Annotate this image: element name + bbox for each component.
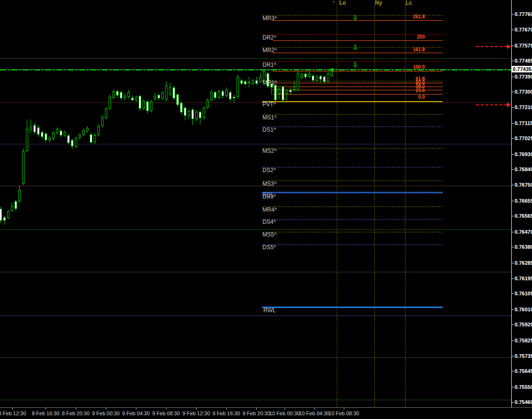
time-tick — [76, 408, 76, 410]
level-label[interactable]: MR1^ — [262, 80, 277, 86]
candle — [312, 76, 314, 80]
down-arrow-icon[interactable]: ⇩ — [352, 44, 358, 51]
price-tick — [512, 371, 514, 372]
price-tick — [512, 61, 514, 61]
candle — [154, 96, 156, 99]
candle — [173, 87, 175, 98]
candle — [112, 91, 115, 98]
time-tick-label: 10 Feb 00:30 — [270, 411, 300, 416]
candle — [282, 87, 284, 100]
level-label[interactable]: MS2^ — [262, 148, 277, 154]
price-tick — [512, 169, 514, 170]
level-label[interactable]: DR2^ — [262, 35, 277, 40]
level-label[interactable]: PVT^ — [262, 102, 276, 107]
price-tick — [512, 263, 514, 263]
level-line — [262, 245, 443, 245]
session-label: Lc — [405, 0, 412, 6]
session-label: Lo — [339, 0, 346, 6]
level-line — [262, 181, 443, 181]
level-label[interactable]: MR2^ — [262, 47, 277, 53]
level-label[interactable]: DS4^ — [262, 219, 276, 225]
grid-line — [0, 272, 511, 272]
grid-line — [0, 400, 511, 400]
candle — [286, 90, 288, 94]
candle — [97, 126, 100, 135]
level-line — [262, 148, 443, 149]
price-tick-label: 0.75460 — [515, 400, 532, 405]
candle — [37, 127, 40, 134]
candle — [233, 97, 235, 98]
level-label[interactable]: RWL — [263, 308, 276, 313]
price-tick-label: 0.75920 — [515, 322, 532, 327]
level-line — [262, 114, 443, 115]
candle — [109, 97, 111, 109]
level-label[interactable]: MS1^ — [262, 115, 277, 120]
price-tick — [512, 201, 514, 201]
time-tick-label: 9 Feb 00:30 — [92, 411, 120, 416]
candle — [199, 112, 201, 118]
time-axis[interactable]: 8 Feb 12:308 Feb 16:308 Feb 20:309 Feb 0… — [0, 407, 532, 419]
down-arrow-icon[interactable]: ⇩ — [352, 61, 358, 68]
price-tick — [512, 216, 514, 216]
price-tick — [512, 92, 514, 92]
level-label[interactable]: DR1^ — [262, 62, 277, 68]
level-line — [262, 307, 443, 308]
price-axis[interactable]: 0.77435 0.777600.776700.775750.774850.77… — [511, 0, 532, 407]
session-line — [337, 4, 337, 407]
candle — [274, 85, 277, 100]
candle — [101, 117, 103, 126]
level-line — [273, 94, 443, 95]
level-label[interactable]: DS5^ — [262, 245, 276, 250]
time-tick-label: 9 Feb 04:30 — [122, 411, 150, 416]
time-tick-label: 10 Feb 04:30 — [299, 411, 330, 416]
price-tick-label: 0.77210 — [515, 105, 532, 110]
candle — [180, 103, 183, 112]
time-tick — [166, 408, 167, 410]
time-tick — [46, 408, 46, 410]
level-label[interactable]: MS3^ — [262, 181, 277, 187]
price-tick — [512, 14, 514, 15]
bid-price-line — [0, 69, 511, 71]
candle — [293, 87, 295, 90]
grid-line — [0, 229, 511, 230]
price-tick — [512, 324, 514, 325]
candle — [158, 95, 160, 98]
candle — [308, 73, 310, 77]
fib-value-label: 161.8 — [397, 47, 425, 52]
price-tick-label: 0.77485 — [515, 58, 532, 63]
candle — [56, 129, 58, 133]
level-label[interactable]: MS5^ — [262, 232, 277, 237]
candle — [131, 98, 134, 100]
level-label[interactable]: MR4^ — [262, 207, 277, 213]
candle — [218, 91, 220, 98]
price-tick — [512, 46, 514, 46]
candle — [169, 87, 171, 95]
time-tick — [314, 408, 315, 410]
level-label[interactable]: DS1^ — [262, 127, 276, 133]
price-tick-label: 0.75645 — [515, 369, 532, 374]
level-label[interactable]: DS3^ — [262, 194, 276, 199]
level-line — [262, 167, 443, 167]
price-tick — [512, 340, 514, 341]
candle — [116, 91, 119, 95]
candle — [18, 190, 21, 201]
price-tick-label: 0.75825 — [515, 338, 532, 343]
price-tick-label: 0.77670 — [515, 27, 532, 32]
price-tick — [512, 138, 514, 139]
time-tick-label: 9 Feb 20:30 — [243, 411, 270, 416]
candle — [60, 131, 62, 135]
candle — [64, 132, 66, 135]
candle — [237, 77, 239, 97]
level-label[interactable]: MR3^ — [262, 16, 277, 21]
fib-value-label: 23.6 — [397, 88, 425, 93]
level-line — [273, 71, 443, 71]
time-tick-label: 9 Feb 08:30 — [152, 411, 180, 416]
level-label[interactable]: DS2^ — [262, 167, 276, 173]
chart-plot-area[interactable]: LoNyLc+MR3^DR2^MR2^DR1^MR1^PVT^MS1^DS1^M… — [0, 0, 511, 407]
price-tick — [512, 278, 514, 279]
candle — [323, 77, 326, 82]
price-tick-label: 0.75735 — [515, 354, 532, 359]
candle — [206, 100, 209, 108]
price-tick-label: 0.76470 — [515, 229, 532, 235]
down-arrow-icon[interactable]: ⇩ — [352, 14, 358, 21]
